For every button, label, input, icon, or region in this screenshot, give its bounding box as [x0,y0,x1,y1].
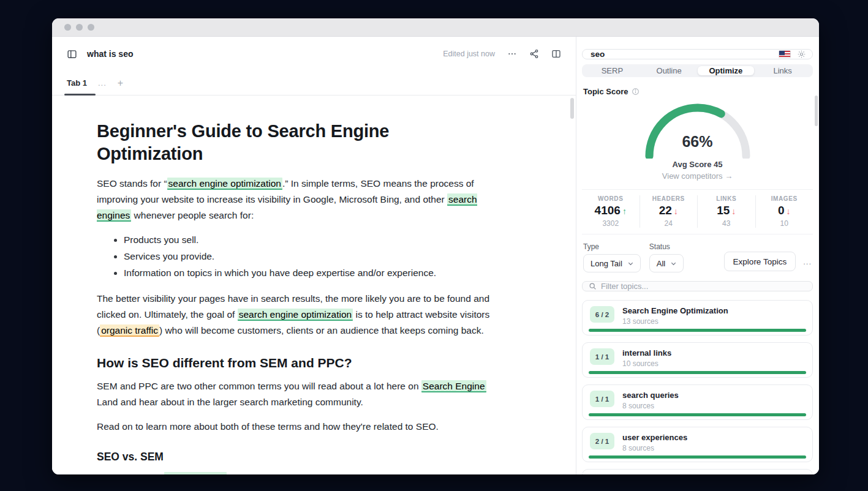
trend-arrow-icon: ↓ [787,206,791,216]
topic-count-badge: 6 / 2 [590,306,614,323]
type-filter-label: Type [583,242,641,251]
document-body: Beginner's Guide to Search Engine Optimi… [52,96,576,474]
topic-title: internal links [622,348,671,358]
traffic-light-zoom[interactable] [88,24,94,31]
seo-side-panel: SERPOutlineOptimizeLinks Topic Score 66% [576,37,819,474]
trend-arrow-icon: ↓ [674,206,678,216]
edited-status: Edited just now [443,50,495,58]
content-stats: WORDS 4106↑ 3302 HEADERS 22↓ 24 LINKS 15… [582,189,813,234]
explore-topics-button[interactable]: Explore Topics [724,252,796,271]
document-title: what is seo [87,49,133,59]
app-window: what is seo Edited just now Tab 1 .. [52,18,819,474]
topics-list: 6 / 2 Search Engine Optimization 13 sour… [582,300,813,474]
topic-title: Search Engine Optimization [622,306,728,316]
topic-count-badge: 1 / 1 [590,391,614,407]
doc-p: SEO stands for “search engine optimizati… [97,176,490,223]
chevron-down-icon [670,260,677,267]
topic-title: search queries [622,391,679,400]
highlight-green: search engine optimization [238,309,353,321]
trend-arrow-icon: ↓ [731,206,736,216]
traffic-light-close[interactable] [64,24,71,31]
settings-gear-icon[interactable] [797,50,806,59]
doc-p: Read on to learn more about both of thes… [97,419,490,435]
traffic-light-minimize[interactable] [76,24,83,31]
tab-outline[interactable]: Outline [641,66,698,75]
topic-title: user experiences [622,433,687,443]
window-titlebar [52,18,819,37]
topic-sources: 8 sources [622,402,679,410]
highlight-green: Search Engine [421,380,486,392]
stat-cell: HEADERS 22↓ 24 [640,195,698,228]
document-tab-1[interactable]: Tab 1 [67,71,87,95]
info-icon[interactable] [632,88,640,96]
search-icon [589,282,597,290]
tab-serp[interactable]: SERP [584,66,641,75]
topic-sources: 10 sources [622,359,671,368]
doc-p: SEM and PPC are two other common terms y… [97,378,490,410]
stat-cell: WORDS 4106↑ 3302 [582,195,640,228]
doc-p: The better visibility your pages have in… [97,291,490,339]
doc-h3: SEO vs. SEM [97,451,490,463]
arrow-right-icon: → [725,171,733,181]
filter-topics-input[interactable] [601,282,806,291]
topic-card[interactable]: 1 / 1 internal links 10 sources [582,342,813,378]
stat-cell: IMAGES 0↓ 10 [756,195,813,228]
us-flag-icon[interactable] [779,50,791,58]
topic-card[interactable]: 1 / 1 search queries 8 sources [582,384,813,420]
topic-count-badge: 2 / 1 [590,433,614,449]
topics-more-icon[interactable]: ... [803,257,812,266]
filter-topics-box [582,281,813,291]
query-input[interactable] [591,50,772,59]
topic-progress-bar [589,371,806,374]
panel-tabs: SERPOutlineOptimizeLinks [582,64,813,77]
highlight-green: search engine optimization [167,178,282,190]
topic-score-gauge: 66% Avg Score 45 View competitors → [582,97,813,181]
doc-p: SEM stands for search engine marketing –… [97,470,490,474]
document-canvas[interactable]: Beginner's Guide to Search Engine Optimi… [52,96,576,474]
status-filter-select[interactable]: All [649,254,684,272]
share-icon[interactable] [529,49,539,59]
topic-progress-bar [589,329,806,332]
topic-score-value: 66% [640,133,756,151]
topic-progress-bar [589,455,806,459]
tab-more-icon[interactable]: ... [98,78,107,88]
trend-arrow-icon: ↑ [622,206,627,216]
doc-h2: How is SEO different from SEM and PPC? [97,356,490,370]
doc-list-item: Products you sell. [97,232,490,248]
panel-scrollbar[interactable] [815,96,818,126]
document-tabbar: Tab 1 ... + [52,71,576,96]
panel-toggle-icon[interactable] [551,49,561,59]
document-header: what is seo Edited just now [52,37,576,71]
tab-add-icon[interactable]: + [118,78,123,89]
doc-h1: Beginner's Guide to Search Engine Optimi… [97,120,490,165]
status-filter-label: Status [649,242,684,251]
avg-score: Avg Score 45 [673,160,723,169]
topic-card[interactable]: 2 / 1 user experiences 8 sources [582,427,813,462]
topic-progress-bar [589,413,806,416]
topic-card[interactable]: 6 / 2 Search Engine Optimization 13 sour… [582,300,813,335]
document-pane: what is seo Edited just now Tab 1 .. [52,37,576,474]
document-scrollbar[interactable] [570,98,574,119]
highlight-yellow: organic traffic [100,324,159,337]
doc-list-item: Information on topics in which you have … [97,265,490,281]
tab-optimize[interactable]: Optimize [698,66,755,75]
doc-bullet-list: Products you sell.Services you provide.I… [97,232,490,281]
view-competitors-link[interactable]: View competitors → [662,171,733,181]
topic-sources: 13 sources [622,317,728,326]
stat-cell: LINKS 15↓ 43 [698,195,756,228]
topic-sources: 8 sources [622,444,687,452]
topic-score-label: Topic Score [583,87,628,96]
more-options-icon[interactable] [507,49,517,59]
type-filter-select[interactable]: Long Tail [583,254,641,272]
chevron-down-icon [627,260,634,267]
tab-links[interactable]: Links [754,66,811,75]
doc-list-item: Services you provide. [97,249,490,264]
query-search-box [582,49,813,59]
topic-count-badge: 1 / 1 [590,348,614,365]
sidebar-toggle-icon[interactable] [67,49,77,59]
highlight-green: search engine [164,472,226,474]
topic-card[interactable]: 2 / 3 organic traffic [582,469,813,474]
topic-filters: Type Long Tail Status All [583,242,812,272]
